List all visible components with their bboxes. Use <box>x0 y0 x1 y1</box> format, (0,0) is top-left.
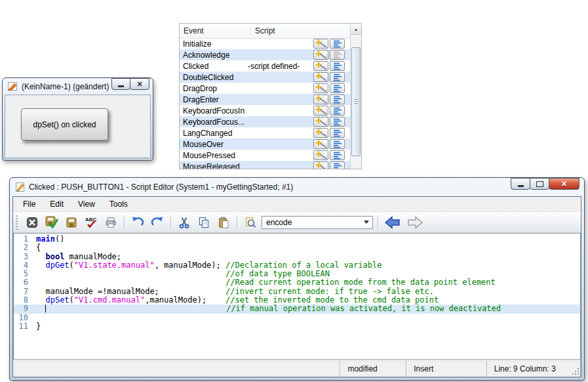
script-editor-titlebar[interactable]: Clicked : PUSH_BUTTON1 - Script Editor (… <box>10 178 584 196</box>
encode-combobox-value: encode <box>266 218 292 227</box>
open-script-button[interactable] <box>330 39 345 49</box>
code-area[interactable]: 1main()2{3 bool manualMode;4 dpGet("V1.s… <box>13 233 581 360</box>
panel-pencil-icon <box>8 81 18 91</box>
exit-button[interactable] <box>24 214 41 231</box>
toolbar-separator <box>237 215 237 230</box>
open-script-button[interactable] <box>330 117 345 127</box>
table-row[interactable]: Initialize <box>180 38 350 49</box>
dpset-button[interactable]: dpSet() on clicked <box>21 108 108 140</box>
save-accept-icon <box>45 215 59 230</box>
column-header-event[interactable]: Event <box>180 26 251 35</box>
event-table-scrollbar[interactable]: ▲ <box>350 24 361 169</box>
save-button[interactable] <box>63 214 80 231</box>
wizard-button[interactable] <box>313 39 328 49</box>
statusbar-message-area <box>13 360 340 377</box>
open-script-button[interactable] <box>330 139 345 149</box>
table-row[interactable]: LangChanged <box>180 127 350 138</box>
toolbar-drag-handle[interactable] <box>16 215 18 230</box>
table-row[interactable]: MouseReleased <box>180 161 350 169</box>
open-script-button[interactable] <box>330 150 345 160</box>
open-script-button[interactable] <box>330 61 345 71</box>
code-line[interactable]: 10 <box>14 314 580 322</box>
line-number: 7 <box>14 287 31 296</box>
copy-button[interactable] <box>195 214 212 231</box>
cut-button[interactable] <box>176 214 193 231</box>
table-row[interactable]: DragDrop <box>180 83 350 94</box>
code-line[interactable]: 4 dpGet("V1.state.manual", manualMode); … <box>14 261 580 270</box>
wizard-button[interactable] <box>313 161 328 169</box>
open-script-button[interactable] <box>330 83 345 93</box>
wizard-wand-icon <box>315 151 328 159</box>
close-button[interactable]: ✕ <box>130 78 149 90</box>
wizard-button[interactable] <box>313 150 328 160</box>
close-button[interactable]: ✕ <box>549 178 579 190</box>
wizard-button[interactable] <box>313 61 328 71</box>
code-line[interactable]: 5 //of data type BOOLEAN <box>14 270 580 278</box>
resize-grip-icon[interactable] <box>578 368 579 370</box>
menu-file[interactable]: File <box>16 198 43 210</box>
line-number: 11 <box>14 322 31 331</box>
minimize-icon <box>118 85 124 87</box>
table-row[interactable]: KeyboardFocusIn <box>180 105 350 116</box>
event-table-header[interactable]: Event Script <box>180 24 361 39</box>
scrollbar-thumb[interactable] <box>351 47 361 156</box>
wizard-wand-icon <box>315 162 328 169</box>
code-line[interactable]: 3 bool manualMode; <box>14 253 580 261</box>
script-editor-icon <box>331 84 344 93</box>
line-number: 3 <box>14 253 31 261</box>
toolbar-separator <box>378 215 378 230</box>
open-script-button[interactable] <box>330 95 345 104</box>
open-script-button[interactable] <box>330 106 345 116</box>
minimize-button[interactable] <box>111 78 130 90</box>
table-row[interactable]: KeyboardFocus... <box>180 116 350 127</box>
open-script-button[interactable] <box>330 50 345 60</box>
maximize-button[interactable] <box>530 178 549 190</box>
open-script-button[interactable] <box>330 128 345 138</box>
line-number: 10 <box>14 314 31 322</box>
event-table: Event Script Initialize Acknowledge Clic… <box>179 23 362 169</box>
spellcheck-button[interactable]: ABC <box>83 214 100 231</box>
paste-button[interactable] <box>215 214 232 231</box>
encode-combobox[interactable]: encode <box>262 216 373 229</box>
open-script-button[interactable] <box>330 72 345 82</box>
wizard-button[interactable] <box>313 50 328 60</box>
menu-view[interactable]: View <box>71 198 102 210</box>
event-name: Clicked <box>180 62 246 71</box>
menu-edit[interactable]: Edit <box>43 198 71 210</box>
print-button[interactable] <box>102 214 119 231</box>
wizard-button[interactable] <box>313 128 328 138</box>
redo-button[interactable] <box>149 214 166 231</box>
wizard-button[interactable] <box>313 117 328 127</box>
menu-tools[interactable]: Tools <box>102 198 135 210</box>
code-line[interactable]: 2{ <box>14 244 580 252</box>
scroll-up-button[interactable]: ▲ <box>351 24 361 35</box>
wizard-button[interactable] <box>313 139 328 149</box>
minimize-button[interactable] <box>511 178 530 190</box>
statusbar: modified Insert Line: 9 Column: 3 <box>13 360 581 377</box>
column-header-script[interactable]: Script <box>251 26 279 35</box>
scroll-up-icon: ▲ <box>354 27 359 32</box>
find-button[interactable] <box>242 214 259 231</box>
table-row[interactable]: DoubleClicked <box>180 72 350 83</box>
forward-button[interactable] <box>405 214 425 231</box>
back-button[interactable] <box>383 214 402 231</box>
code-line[interactable]: 11} <box>14 322 580 331</box>
table-row[interactable]: DragEnter <box>180 94 350 105</box>
code-line[interactable]: 7 manualMode =!manualMode; //invert curr… <box>14 287 580 296</box>
wizard-button[interactable] <box>313 106 328 116</box>
table-row[interactable]: Acknowledge <box>180 49 350 60</box>
line-number: 6 <box>14 278 31 287</box>
open-script-button[interactable] <box>330 161 345 169</box>
undo-button[interactable] <box>129 214 146 231</box>
wizard-button[interactable] <box>313 83 328 93</box>
code-line[interactable]: 8 dpSet("V1.cmd.manual",manualMode); //s… <box>14 296 580 305</box>
code-line[interactable]: 6 //Read current operation mode from the… <box>14 278 580 287</box>
save-accept-button[interactable] <box>43 214 60 231</box>
wizard-button[interactable] <box>313 95 328 104</box>
wizard-button[interactable] <box>313 72 328 82</box>
code-line[interactable]: 9 //if manual operation was activated, i… <box>14 305 580 313</box>
code-line[interactable]: 1main() <box>14 235 580 244</box>
table-row[interactable]: Clicked-script defined- <box>180 60 350 72</box>
table-row[interactable]: MouseOver <box>180 138 350 150</box>
table-row[interactable]: MousePressed <box>180 150 350 161</box>
